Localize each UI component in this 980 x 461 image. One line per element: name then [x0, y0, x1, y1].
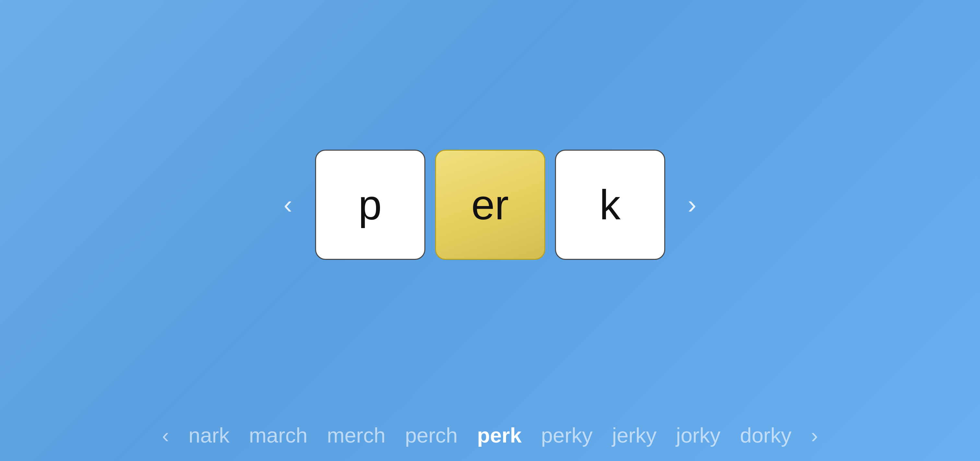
word-perky[interactable]: perky — [541, 423, 593, 447]
card-er[interactable]: er — [435, 150, 545, 260]
word-nark[interactable]: nark — [189, 423, 229, 447]
cards-row: ‹ p er k › — [271, 150, 709, 260]
next-arrow[interactable]: › — [675, 183, 710, 226]
main-area: ‹ p er k › — [0, 0, 980, 409]
bottom-bar: ‹ nark march merch perch perk perky jerk… — [0, 409, 980, 461]
word-perk[interactable]: perk — [477, 423, 522, 447]
bottom-next-arrow[interactable]: › — [811, 423, 818, 447]
word-march[interactable]: march — [249, 423, 308, 447]
card-k[interactable]: k — [555, 150, 665, 260]
bottom-prev-arrow[interactable]: ‹ — [162, 423, 169, 447]
card-p[interactable]: p — [315, 150, 425, 260]
word-merch[interactable]: merch — [327, 423, 386, 447]
word-jorky[interactable]: jorky — [676, 423, 720, 447]
word-dorky[interactable]: dorky — [740, 423, 792, 447]
prev-arrow[interactable]: ‹ — [271, 183, 305, 226]
word-perch[interactable]: perch — [405, 423, 458, 447]
word-jerky[interactable]: jerky — [612, 423, 657, 447]
